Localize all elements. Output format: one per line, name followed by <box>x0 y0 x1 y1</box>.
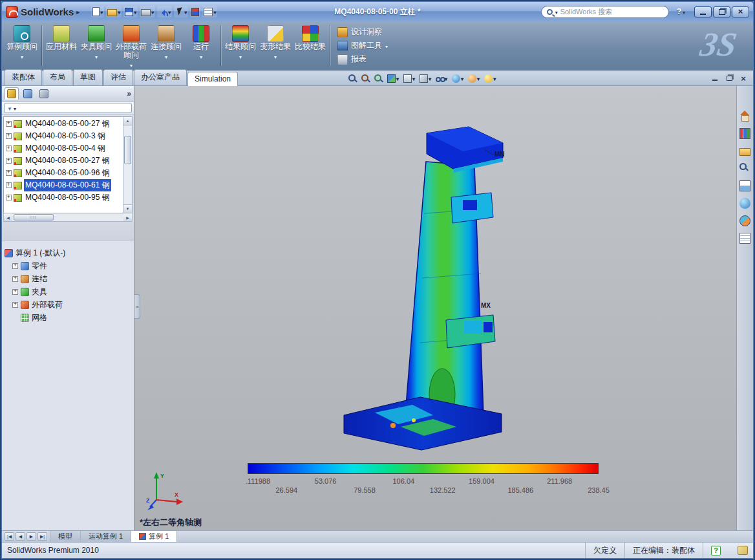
doc-close-button[interactable] <box>739 74 748 82</box>
study-tree-item[interactable]: 连结 <box>12 272 133 285</box>
scenes-icon[interactable] <box>738 214 752 227</box>
panel-collapse-handle[interactable] <box>134 294 140 319</box>
appearances-icon[interactable] <box>738 197 752 210</box>
bottom-tab[interactable]: 算例 1 <box>131 531 177 542</box>
feature-tree-item[interactable]: MQ4040-08-05-00-3 钢 <box>4 130 123 142</box>
tree-expand-icon[interactable] <box>12 263 18 269</box>
solidworks-resources-icon[interactable] <box>738 109 752 122</box>
commandmanager-tab[interactable]: 评估 <box>103 69 133 85</box>
ribbon-button[interactable]: 结果顾问 <box>223 23 258 69</box>
solidworks-menu[interactable]: SolidWorks <box>6 6 80 18</box>
tree-expand-icon[interactable] <box>12 302 18 308</box>
study-tree-item[interactable]: 夹具 <box>12 285 133 298</box>
dropdown-arrow-icon[interactable] <box>385 41 388 50</box>
ribbon-button[interactable]: 算例顾问 <box>5 23 39 69</box>
options-icon[interactable] <box>202 6 217 17</box>
dropdown-arrow-icon[interactable] <box>429 74 431 83</box>
print-icon[interactable] <box>140 6 155 17</box>
dropdown-arrow-icon[interactable] <box>477 74 480 83</box>
dropdown-arrow-icon[interactable] <box>213 7 216 16</box>
search-dropdown-icon[interactable] <box>555 7 558 16</box>
menu-expand-icon[interactable] <box>76 7 80 16</box>
dropdown-arrow-icon[interactable] <box>130 60 133 69</box>
save-icon[interactable] <box>123 6 138 17</box>
configurationmanager-tab[interactable] <box>37 87 51 100</box>
tree-filter-field[interactable] <box>4 103 132 113</box>
dropdown-arrow-icon[interactable] <box>396 74 399 83</box>
color-swatch-icon[interactable] <box>190 6 200 17</box>
search-icon[interactable] <box>738 162 752 175</box>
tree-expand-icon[interactable] <box>6 145 12 151</box>
scroll-left-icon[interactable] <box>4 213 12 221</box>
feature-tree-item[interactable]: MQ4040-08-05-00-96 钢 <box>4 167 123 179</box>
commandmanager-tab[interactable]: 布局 <box>43 69 72 85</box>
dropdown-arrow-icon[interactable] <box>14 103 16 113</box>
dropdown-arrow-icon[interactable] <box>461 74 463 83</box>
commandmanager-tab[interactable]: Simulation <box>187 72 238 86</box>
scroll-up-icon[interactable] <box>123 117 132 125</box>
ribbon-button[interactable]: 连接顾问 <box>149 23 184 69</box>
minimize-button[interactable] <box>694 6 712 17</box>
design-library-icon[interactable] <box>738 127 752 140</box>
commandmanager-tab[interactable]: 装配体 <box>5 69 42 85</box>
apply-scene-icon[interactable] <box>468 74 480 83</box>
dropdown-arrow-icon[interactable] <box>493 74 496 83</box>
view-orientation-icon[interactable] <box>403 74 415 83</box>
feature-tree-item[interactable]: MQ4040-08-05-00-4 钢 <box>4 142 123 155</box>
new-document-icon[interactable] <box>91 6 104 17</box>
commandmanager-tab[interactable]: 办公室产品 <box>134 69 187 85</box>
bottom-tab[interactable]: 模型 <box>50 531 81 542</box>
quick-tip-help-icon[interactable] <box>711 546 721 555</box>
custom-properties-icon[interactable] <box>738 232 752 244</box>
view-palette-icon[interactable] <box>738 179 752 192</box>
tree-vertical-scrollbar[interactable] <box>123 117 132 213</box>
feature-tree-item[interactable]: MQ4040-08-05-00-95 钢 <box>4 191 123 204</box>
tree-expand-icon[interactable] <box>6 182 12 188</box>
ribbon-button[interactable]: 运行 <box>184 23 218 69</box>
featuremanager-tab[interactable] <box>5 87 19 100</box>
tree-expand-icon[interactable] <box>6 195 12 200</box>
dropdown-arrow-icon[interactable] <box>168 7 171 16</box>
edit-appearance-icon[interactable] <box>452 74 463 83</box>
view-settings-icon[interactable] <box>484 74 496 83</box>
dropdown-arrow-icon[interactable] <box>95 52 98 61</box>
dropdown-arrow-icon[interactable] <box>100 7 103 16</box>
dropdown-arrow-icon[interactable] <box>184 7 187 16</box>
ribbon-button[interactable]: 比较结果 <box>293 23 328 69</box>
feature-tree-item[interactable]: MQ4040-08-05-00-61 钢 <box>4 179 123 191</box>
study-tree-item[interactable]: 零件 <box>12 259 133 272</box>
dropdown-arrow-icon[interactable] <box>151 7 154 16</box>
commandmanager-tab[interactable]: 草图 <box>73 69 103 85</box>
tree-expand-icon[interactable] <box>12 289 18 295</box>
maximize-button[interactable] <box>713 6 730 17</box>
search-box[interactable]: SolidWorks 搜索 <box>541 6 669 18</box>
tree-expand-icon[interactable] <box>6 158 12 164</box>
ribbon-button[interactable]: 夹具顾问 <box>79 23 114 69</box>
doc-minimize-button[interactable] <box>710 74 719 82</box>
tree-expand-icon[interactable] <box>6 133 12 139</box>
study-root-item[interactable]: 算例 1 (-默认-) <box>5 246 133 259</box>
select-icon[interactable] <box>174 6 188 17</box>
panel-overflow-chevron-icon[interactable] <box>127 89 131 98</box>
study-tree-item[interactable]: 网格 <box>12 311 133 324</box>
tab-nav-next-button[interactable] <box>27 532 36 541</box>
display-style-icon[interactable] <box>420 74 431 83</box>
scrollbar-thumb[interactable] <box>14 214 54 221</box>
previous-view-icon[interactable] <box>374 74 383 83</box>
feature-tree-item[interactable]: MQ4040-08-05-00-27 钢 <box>4 155 123 167</box>
open-icon[interactable] <box>106 6 122 17</box>
ribbon-button[interactable]: 变形结果 <box>258 23 293 69</box>
propertymanager-tab[interactable] <box>21 87 35 100</box>
doc-restore-button[interactable] <box>725 74 734 82</box>
zoom-to-fit-icon[interactable] <box>348 74 357 83</box>
dropdown-arrow-icon[interactable] <box>274 52 277 61</box>
ribbon-small-button[interactable]: 报表 <box>337 54 388 65</box>
tab-nav-prev-button[interactable] <box>16 532 25 541</box>
tree-expand-icon[interactable] <box>6 121 12 127</box>
dropdown-arrow-icon[interactable] <box>412 74 415 83</box>
dropdown-arrow-icon[interactable] <box>118 7 120 16</box>
undo-icon[interactable] <box>157 6 172 17</box>
scroll-right-icon[interactable] <box>123 213 132 221</box>
dropdown-arrow-icon[interactable] <box>239 52 242 61</box>
section-view-icon[interactable] <box>387 74 399 83</box>
